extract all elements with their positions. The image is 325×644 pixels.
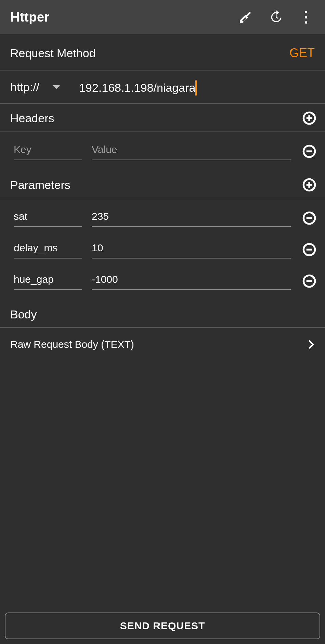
kv-row: [0, 230, 325, 261]
headers-rows: [0, 131, 325, 163]
add-parameter-button[interactable]: [302, 178, 316, 192]
kv-row: [0, 261, 325, 293]
header-value-input[interactable]: [92, 142, 291, 160]
body-label: Body: [10, 308, 37, 321]
request-method-label: Request Method: [10, 47, 96, 60]
parameter-value-input[interactable]: [92, 240, 291, 258]
chevron-right-icon: [305, 340, 314, 349]
request-method-value: GET: [289, 46, 315, 60]
url-row: http://: [0, 71, 325, 104]
body-type-label: Raw Request Body (TEXT): [10, 339, 134, 350]
scheme-label: http://: [10, 80, 39, 94]
appbar-actions: [237, 9, 314, 25]
send-request-button[interactable]: SEND REQUEST: [5, 613, 320, 639]
parameter-key-input[interactable]: [14, 240, 82, 258]
parameter-key-input[interactable]: [14, 272, 82, 290]
broom-icon[interactable]: [237, 9, 254, 25]
remove-parameter-button[interactable]: [302, 211, 316, 225]
footer: SEND REQUEST: [0, 608, 325, 644]
overflow-menu-icon[interactable]: [298, 9, 314, 25]
parameter-key-input[interactable]: [14, 209, 82, 227]
remove-header-button[interactable]: [302, 144, 316, 158]
headers-label: Headers: [10, 112, 54, 125]
header-key-input[interactable]: [14, 142, 82, 160]
content: Request Method GET http:// Headers Param…: [0, 34, 325, 608]
history-icon[interactable]: [268, 9, 284, 25]
body-type-row[interactable]: Raw Request Body (TEXT): [0, 328, 325, 361]
text-caret: [195, 80, 197, 96]
scheme-dropdown[interactable]: http://: [10, 80, 69, 94]
chevron-down-icon: [53, 85, 60, 89]
parameters-section-header: Parameters: [0, 171, 325, 198]
app-title: Httper: [10, 10, 237, 25]
parameter-value-input[interactable]: [92, 209, 291, 227]
headers-section-header: Headers: [0, 104, 325, 131]
parameters-rows: [0, 198, 325, 293]
kv-row: [0, 198, 325, 230]
parameter-value-input[interactable]: [92, 272, 291, 290]
kv-row: [0, 131, 325, 163]
appbar: Httper: [0, 0, 325, 34]
add-header-button[interactable]: [302, 111, 316, 125]
remove-parameter-button[interactable]: [302, 243, 316, 256]
request-method-row[interactable]: Request Method GET: [0, 34, 325, 71]
remove-parameter-button[interactable]: [302, 274, 316, 288]
parameters-label: Parameters: [10, 178, 70, 192]
url-input[interactable]: [79, 77, 315, 97]
url-field-wrap: [69, 77, 315, 97]
body-section-header: Body: [0, 300, 325, 328]
